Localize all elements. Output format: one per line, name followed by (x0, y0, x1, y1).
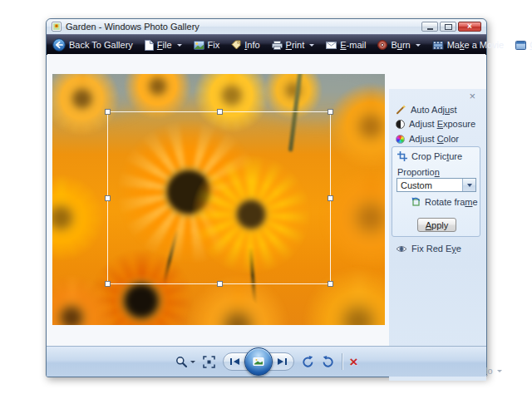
fit-to-window-icon (203, 356, 215, 368)
rotate-frame-button[interactable]: Rotate frame (411, 197, 478, 207)
make-a-movie-label: Make a Movie (447, 40, 504, 50)
fix-button[interactable]: Fix (188, 35, 226, 55)
maximize-button[interactable] (440, 22, 456, 32)
zoom-caret-icon (190, 361, 195, 363)
info-label: Info (244, 40, 259, 50)
pane-close-icon: × (469, 90, 475, 102)
delete-icon: × (350, 355, 358, 369)
file-icon (145, 40, 154, 51)
burn-menu-label: Burn (391, 40, 410, 50)
crop-handle-middle-right[interactable] (328, 195, 333, 201)
file-menu-button[interactable]: File (139, 35, 188, 55)
apply-button[interactable]: Apply (417, 218, 456, 232)
window-title: Garden - Windows Photo Gallery (66, 22, 200, 32)
crop-frame[interactable] (107, 111, 331, 284)
magnifier-icon (175, 356, 188, 368)
photo-gallery-window: Garden - Windows Photo Gallery × Back To… (46, 18, 487, 377)
crop-picture-group: Crop Picture Proportion Custom (392, 146, 480, 237)
burn-menu-caret-icon (416, 44, 421, 47)
email-button[interactable]: E-mail (320, 35, 372, 55)
slideshow-icon (253, 357, 264, 367)
print-menu-caret-icon (309, 44, 314, 47)
proportion-selected-value: Custom (397, 180, 462, 190)
open-menu-button[interactable]: Open (510, 35, 532, 55)
make-a-movie-button[interactable]: Make a Movie (426, 35, 510, 55)
titlebar[interactable]: Garden - Windows Photo Gallery × (47, 19, 486, 34)
screen: Garden - Windows Photo Gallery × Back To… (0, 0, 532, 399)
print-menu-button[interactable]: Print (266, 35, 321, 55)
fix-red-eye-button[interactable]: Fix Red Eye (396, 244, 461, 254)
crop-handle-bottom-middle[interactable] (217, 281, 223, 287)
content-area: × Auto Adjust Adjust Exposure Adjust Col… (47, 54, 485, 346)
bottom-control-bar: × (47, 346, 486, 377)
crop-handle-bottom-right[interactable] (328, 281, 333, 287)
close-icon: × (467, 22, 472, 31)
burn-disc-icon (377, 40, 387, 50)
rotate-counterclockwise-icon (302, 356, 314, 368)
crop-handle-middle-left[interactable] (105, 195, 111, 201)
proportion-label: Proportion (397, 167, 440, 177)
proportion-select[interactable]: Custom (397, 178, 476, 192)
open-window-icon (515, 41, 526, 50)
crop-picture-label: Crop Picture (411, 151, 462, 161)
crop-handle-bottom-left[interactable] (105, 281, 111, 287)
color-wheel-icon (396, 135, 405, 144)
adjust-color-button[interactable]: Adjust Color (396, 134, 459, 144)
exposure-icon (396, 120, 405, 129)
proportion-select-button[interactable] (462, 179, 475, 191)
auto-adjust-label: Auto Adjust (411, 105, 457, 115)
fix-label: Fix (208, 40, 220, 50)
photo-garden (52, 74, 385, 325)
file-menu-caret-icon (177, 44, 182, 47)
crop-handle-top-right[interactable] (328, 109, 333, 115)
crop-picture-button[interactable]: Crop Picture (397, 151, 462, 161)
close-button[interactable]: × (458, 22, 481, 32)
file-menu-label: File (157, 40, 172, 50)
printer-icon (272, 41, 283, 50)
redo-caret-icon (497, 370, 502, 372)
rotate-clockwise-icon (322, 356, 334, 368)
eye-icon (396, 245, 407, 253)
flower-blurred (52, 172, 106, 264)
delete-button[interactable]: × (350, 355, 358, 369)
crop-handle-top-middle[interactable] (217, 109, 223, 115)
print-menu-label: Print (286, 40, 305, 50)
magic-wand-icon (396, 104, 406, 115)
back-to-gallery-label: Back To Gallery (69, 40, 133, 50)
auto-adjust-button[interactable]: Auto Adjust (396, 104, 457, 115)
fix-red-eye-label: Fix Red Eye (411, 244, 461, 254)
burn-menu-button[interactable]: Burn (372, 35, 426, 55)
maximize-icon (445, 24, 452, 30)
fix-photo-icon (194, 41, 204, 50)
next-button[interactable] (276, 357, 288, 366)
rotate-frame-icon (411, 197, 421, 207)
adjust-exposure-button[interactable]: Adjust Exposure (396, 119, 475, 129)
crop-icon (397, 151, 407, 161)
minimize-icon (427, 28, 433, 30)
filmstrip-icon (432, 41, 444, 50)
minimize-button[interactable] (421, 22, 438, 32)
crop-handle-top-left[interactable] (105, 109, 111, 115)
navigation-pill (223, 352, 294, 371)
control-divider (342, 353, 342, 370)
email-label: E-mail (340, 40, 366, 50)
actual-size-button[interactable] (203, 356, 215, 368)
adjust-color-label: Adjust Color (409, 134, 459, 144)
back-to-gallery-button[interactable]: Back To Gallery (47, 35, 139, 55)
toolbar: Back To Gallery File Fix (47, 34, 486, 55)
proportion-label-row: Proportion (397, 167, 440, 177)
rotate-frame-label: Rotate frame (425, 197, 478, 207)
info-button[interactable]: Info (225, 35, 265, 55)
info-tag-icon (231, 40, 241, 50)
rotate-clockwise-button[interactable] (322, 356, 334, 368)
envelope-icon (326, 42, 337, 49)
fix-pane: × Auto Adjust Adjust Exposure Adjust Col… (389, 89, 486, 381)
previous-button[interactable] (229, 357, 241, 366)
zoom-button[interactable] (175, 356, 195, 368)
pane-close-button[interactable]: × (469, 91, 475, 101)
adjust-exposure-label: Adjust Exposure (409, 119, 475, 129)
slideshow-button[interactable] (244, 347, 273, 376)
app-icon (52, 22, 62, 32)
rotate-counterclockwise-button[interactable] (302, 356, 314, 368)
apply-label: Apply (426, 220, 449, 230)
